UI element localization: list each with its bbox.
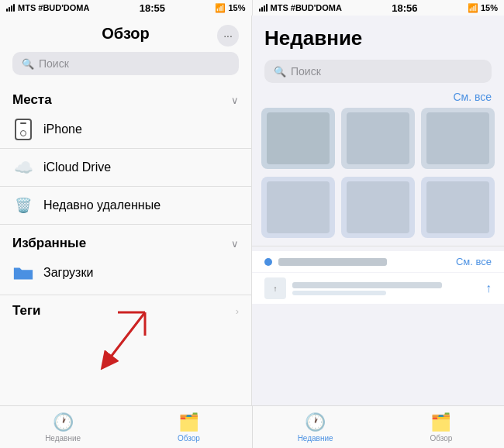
doc-row-small[interactable]: ↑ ↑ <box>252 273 504 304</box>
left-title: Обзор <box>102 25 150 43</box>
carrier-left: MTS #BUD'DOMA <box>6 3 89 12</box>
wifi-icon-right: 📶 <box>468 3 478 13</box>
files-grid-2 <box>252 177 504 246</box>
right-title: Недавние <box>264 26 362 50</box>
divider-1 <box>252 246 504 246</box>
svg-line-0 <box>106 312 145 363</box>
more-icon: ··· <box>223 29 233 42</box>
upload-icon: ↑ <box>274 284 278 293</box>
folder-blue-icon <box>12 264 34 281</box>
see-all-row-1: См. все <box>252 91 504 108</box>
file-thumb-2[interactable] <box>341 108 415 169</box>
time-right: 18:56 <box>392 2 417 14</box>
iphone-icon <box>15 119 32 140</box>
status-bar-left: MTS #BUD'DOMA 18:55 📶 15% <box>0 0 252 16</box>
places-arrow: ∨ <box>231 95 239 106</box>
left-panel: Обзор ··· 🔍 Поиск Места ∨ iPhone ☁️ iClo… <box>0 16 252 405</box>
favorites-header: Избранные ∨ <box>0 228 251 254</box>
file-thumb-5[interactable] <box>341 177 415 238</box>
signal-icon-right <box>259 4 268 12</box>
favorites-title: Избранные <box>12 236 86 251</box>
iphone-item[interactable]: iPhone <box>0 111 251 149</box>
time-left: 18:55 <box>140 2 165 14</box>
tab-recent-right[interactable]: 🕐 Недавние <box>253 406 378 448</box>
doc-dot <box>264 258 272 266</box>
battery-label-right: 15% <box>481 3 498 12</box>
tags-title: Теги <box>12 303 41 319</box>
search-icon-right: 🔍 <box>274 66 286 78</box>
icloud-icon-container: ☁️ <box>12 157 34 178</box>
folder-icon-tab-left: 🗂️ <box>178 412 199 432</box>
files-grid <box>252 108 504 177</box>
status-bars: MTS #BUD'DOMA 18:55 📶 15% MTS #BUD'DOMA … <box>0 0 504 16</box>
downloads-item[interactable]: Загрузки <box>0 254 251 291</box>
file-thumb-3[interactable] <box>421 108 495 169</box>
folder-icon-container <box>12 262 34 284</box>
red-arrow-annotation <box>91 305 161 374</box>
right-search-placeholder: Поиск <box>291 65 321 78</box>
status-right-right: 📶 15% <box>468 3 498 13</box>
status-bar-right: MTS #BUD'DOMA 18:56 📶 15% <box>252 0 505 16</box>
doc-name-line <box>278 258 387 266</box>
recent-doc-info <box>264 258 387 266</box>
more-button[interactable]: ··· <box>217 25 239 47</box>
left-header: Обзор ··· <box>0 16 251 49</box>
right-search-bar[interactable]: 🔍 Поиск <box>264 60 492 83</box>
left-search-placeholder: Поиск <box>39 57 69 70</box>
left-tab-bar: 🕐 Недавние 🗂️ Обзор <box>0 406 253 448</box>
file-thumb-4[interactable] <box>261 177 335 238</box>
file-thumb-1[interactable] <box>261 108 335 169</box>
doc-small-icon: ↑ <box>264 277 286 299</box>
trash-item[interactable]: 🗑️ Недавно удаленные <box>0 187 251 225</box>
right-tab-bar: 🕐 Недавние 🗂️ Обзор <box>253 406 505 448</box>
iphone-icon-container <box>12 119 34 140</box>
tags-chevron-icon: › <box>236 305 239 317</box>
tab-recent-right-label: Недавние <box>298 434 333 443</box>
arrow-annotation-area <box>0 326 251 405</box>
see-all-link-1[interactable]: См. все <box>453 91 492 103</box>
downloads-label: Загрузки <box>43 266 93 280</box>
clock-icon-right: 🕐 <box>305 412 326 432</box>
see-all-link-2[interactable]: См. все <box>456 256 492 267</box>
tab-overview-left-label: Обзор <box>178 434 200 443</box>
left-search-bar[interactable]: 🔍 Поиск <box>12 52 239 75</box>
tab-recent-left[interactable]: 🕐 Недавние <box>0 406 126 448</box>
main-area: Обзор ··· 🔍 Поиск Места ∨ iPhone ☁️ iClo… <box>0 16 504 405</box>
signal-icon-left <box>6 4 15 12</box>
places-title: Места <box>12 92 52 108</box>
carrier-name-left: MTS #BUD'DOMA <box>18 3 89 12</box>
status-right-left: 📶 15% <box>215 3 245 13</box>
doc-line-1 <box>292 282 442 288</box>
icloud-label: iCloud Drive <box>43 160 111 174</box>
right-header: Недавние <box>252 16 504 57</box>
icloud-item[interactable]: ☁️ iCloud Drive <box>0 149 251 187</box>
battery-label-left: 15% <box>228 3 245 12</box>
tab-overview-right[interactable]: 🗂️ Обзор <box>378 406 504 448</box>
recent-doc-row[interactable]: См. все <box>252 251 504 272</box>
iphone-label: iPhone <box>43 122 82 136</box>
trash-icon-container: 🗑️ <box>12 195 34 216</box>
doc-small-lines <box>292 282 479 295</box>
carrier-name-right: MTS #BUD'DOMA <box>271 3 342 12</box>
folder-icon-tab-right: 🗂️ <box>430 412 451 432</box>
bottom-tab-bars: 🕐 Недавние 🗂️ Обзор 🕐 Недавние 🗂️ Обзор <box>0 405 504 448</box>
wifi-icon-left: 📶 <box>215 3 226 13</box>
trash-label: Недавно удаленные <box>43 198 161 212</box>
upload-icon-2: ↑ <box>485 281 492 295</box>
icloud-icon: ☁️ <box>14 158 33 177</box>
places-section-header: Места ∨ <box>0 84 251 111</box>
search-icon-left: 🔍 <box>22 58 34 70</box>
carrier-right: MTS #BUD'DOMA <box>259 3 342 12</box>
doc-line-2 <box>292 291 386 295</box>
tab-overview-right-label: Обзор <box>430 434 452 443</box>
right-panel: Недавние 🔍 Поиск См. все <box>252 16 504 405</box>
file-thumb-6[interactable] <box>421 177 495 238</box>
tab-overview-left[interactable]: 🗂️ Обзор <box>126 406 251 448</box>
trash-icon: 🗑️ <box>15 197 32 214</box>
clock-icon-left: 🕐 <box>53 412 74 432</box>
favorites-arrow: ∨ <box>231 238 239 250</box>
favorites-section: Избранные ∨ Загрузки <box>0 228 251 291</box>
tab-recent-left-label: Недавние <box>45 434 81 443</box>
